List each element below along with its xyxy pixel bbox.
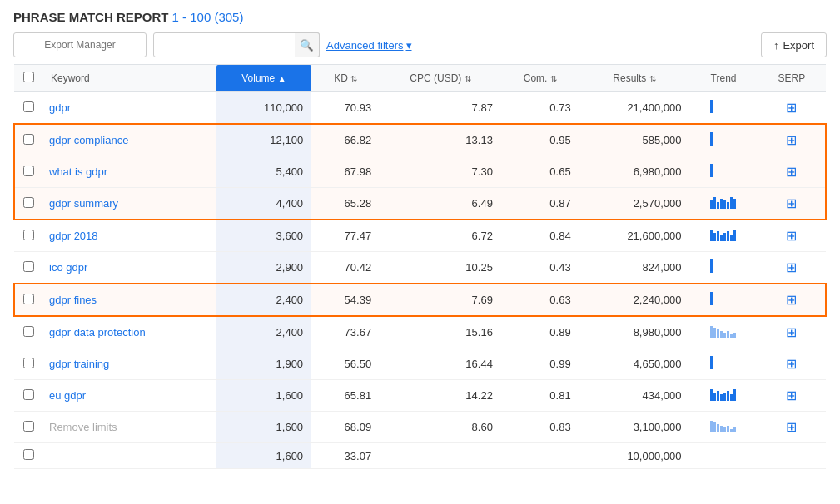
results-cell: 6,980,000 [579, 156, 690, 188]
serp-cell[interactable] [758, 443, 826, 469]
row-checkbox-cell[interactable] [14, 252, 42, 284]
keyword-link[interactable]: gdpr data protection [49, 326, 146, 338]
results-sort-icon: ⇅ [649, 74, 656, 83]
svg-rect-33 [713, 233, 716, 241]
row-checkbox[interactable] [23, 101, 34, 112]
export-button[interactable]: ↑ Export [761, 32, 827, 57]
volume-cell: 2,900 [216, 252, 311, 284]
table-row: gdpr training 1,900 56.50 16.44 0.99 4,6… [14, 348, 826, 380]
kd-cell: 33.07 [311, 443, 380, 469]
serp-icon[interactable]: ⊞ [786, 420, 797, 434]
table-row: gdpr data protection 2,400 73.67 15.16 0… [14, 316, 826, 348]
serp-icon[interactable]: ⊞ [786, 293, 797, 307]
svg-rect-34 [717, 231, 719, 241]
keyword-link[interactable]: gdpr summary [49, 197, 118, 210]
volume-cell: 110,000 [216, 92, 311, 125]
keyword-link[interactable]: Remove limits [49, 421, 117, 433]
serp-icon[interactable]: ⊞ [786, 260, 797, 274]
row-checkbox[interactable] [23, 326, 34, 337]
keyword-link[interactable]: gdpr compliance [49, 134, 128, 146]
advanced-filters-link[interactable]: Advanced filters ▾ [326, 39, 412, 52]
com-cell: 0.73 [501, 92, 579, 125]
serp-cell[interactable]: ⊞ [758, 348, 826, 380]
row-checkbox-cell[interactable] [14, 443, 42, 469]
cpc-cell: 8.60 [380, 412, 501, 443]
results-cell: 21,400,000 [579, 92, 690, 125]
row-checkbox-cell[interactable] [14, 220, 42, 252]
row-checkbox-cell[interactable] [14, 284, 42, 316]
com-sort-icon: ⇅ [550, 74, 557, 83]
volume-cell: 2,400 [216, 284, 311, 316]
keyword-link[interactable]: eu gdpr [49, 389, 86, 402]
header-serp[interactable]: SERP [758, 65, 826, 92]
serp-icon[interactable]: ⊞ [786, 133, 797, 147]
header-kd[interactable]: KD ⇅ [311, 65, 380, 92]
title-text: PHRASE MATCH REPORT [13, 10, 168, 24]
serp-cell[interactable]: ⊞ [758, 380, 826, 412]
serp-cell[interactable]: ⊞ [758, 124, 826, 156]
header-results[interactable]: Results ⇅ [579, 65, 690, 92]
select-all-checkbox[interactable] [23, 72, 34, 82]
serp-icon[interactable]: ⊞ [786, 357, 797, 371]
serp-cell[interactable]: ⊞ [758, 412, 826, 443]
row-checkbox-cell[interactable] [14, 348, 42, 380]
serp-cell[interactable]: ⊞ [758, 252, 826, 284]
export-manager-input[interactable] [13, 32, 147, 57]
row-checkbox-cell[interactable] [14, 188, 42, 220]
serp-cell[interactable]: ⊞ [758, 220, 826, 252]
svg-rect-56 [710, 326, 713, 338]
table-header-row: Keyword Volume ▲ KD ⇅ CPC (USD) ⇅ Com. ⇅ [14, 65, 826, 92]
svg-rect-47 [710, 259, 713, 273]
row-checkbox[interactable] [23, 421, 34, 432]
row-checkbox-cell[interactable] [14, 92, 42, 125]
keyword-link[interactable]: gdpr 2018 [49, 230, 98, 242]
row-checkbox[interactable] [23, 230, 34, 240]
header-trend[interactable]: Trend [689, 65, 757, 92]
serp-cell[interactable]: ⊞ [758, 156, 826, 188]
serp-icon[interactable]: ⊞ [786, 165, 797, 179]
row-checkbox[interactable] [23, 449, 34, 460]
table-row: ico gdpr 2,900 70.42 10.25 0.43 824,000 … [14, 252, 826, 284]
row-checkbox[interactable] [23, 261, 34, 272]
row-checkbox-cell[interactable] [14, 316, 42, 348]
row-checkbox[interactable] [23, 197, 34, 208]
row-checkbox[interactable] [23, 389, 34, 400]
cpc-cell: 16.44 [380, 348, 501, 380]
keyword-link[interactable]: what is gdpr [49, 166, 107, 178]
serp-icon[interactable]: ⊞ [786, 388, 797, 403]
row-checkbox[interactable] [23, 294, 34, 304]
serp-icon[interactable]: ⊞ [786, 196, 797, 210]
search-button[interactable]: 🔍 [295, 32, 320, 57]
row-checkbox-cell[interactable] [14, 124, 42, 156]
page-container: PHRASE MATCH REPORT 1 - 100 (305) 🔍 Adva… [0, 0, 840, 479]
serp-cell[interactable]: ⊞ [758, 284, 826, 316]
row-checkbox[interactable] [23, 358, 34, 368]
serp-cell[interactable]: ⊞ [758, 316, 826, 348]
trend-cell [689, 380, 757, 412]
serp-icon[interactable]: ⊞ [786, 229, 797, 243]
serp-cell[interactable]: ⊞ [758, 188, 826, 220]
row-checkbox[interactable] [23, 166, 34, 176]
header-volume[interactable]: Volume ▲ [216, 65, 311, 92]
volume-cell: 1,600 [216, 443, 311, 469]
row-checkbox[interactable] [23, 134, 34, 145]
serp-icon[interactable]: ⊞ [786, 101, 797, 115]
serp-cell[interactable]: ⊞ [758, 92, 826, 125]
serp-icon[interactable]: ⊞ [786, 325, 797, 339]
header-cpc[interactable]: CPC (USD) ⇅ [380, 65, 501, 92]
kd-cell: 77.47 [311, 220, 380, 252]
volume-cell: 3,600 [216, 220, 311, 252]
row-checkbox-cell[interactable] [14, 380, 42, 412]
keyword-link[interactable]: gdpr training [49, 358, 109, 370]
trend-cell [689, 220, 757, 252]
svg-rect-35 [720, 235, 723, 241]
row-checkbox-cell[interactable] [14, 156, 42, 188]
cpc-cell: 7.87 [380, 92, 501, 125]
header-keyword[interactable]: Keyword [42, 65, 216, 92]
keyword-link[interactable]: gdpr fines [49, 294, 97, 306]
header-check[interactable] [14, 65, 42, 92]
header-com[interactable]: Com. ⇅ [501, 65, 579, 92]
keyword-link[interactable]: gdpr [49, 101, 71, 114]
keyword-link[interactable]: ico gdpr [49, 261, 87, 274]
row-checkbox-cell[interactable] [14, 412, 42, 443]
